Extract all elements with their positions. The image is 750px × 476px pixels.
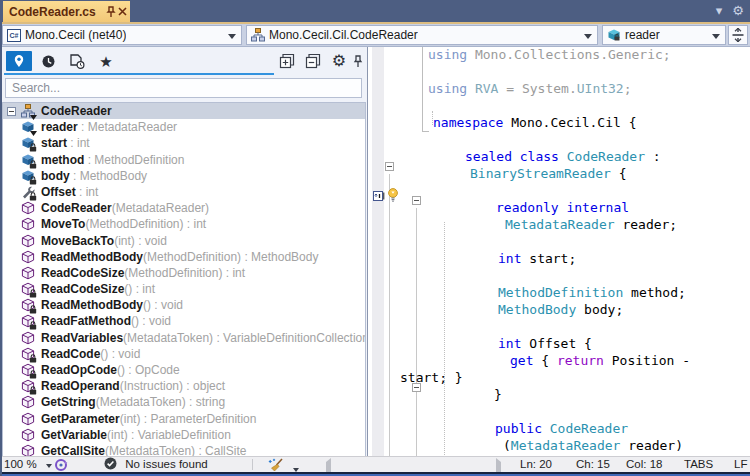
collapse-all-button[interactable] — [302, 51, 324, 71]
code-cleanup-button[interactable] — [268, 458, 299, 473]
panel-settings-button[interactable]: ⚙ — [328, 51, 350, 71]
member-list-item[interactable]: Offset : int — [3, 184, 365, 200]
member-list-item[interactable]: ReadFatMethod() : void — [3, 313, 365, 329]
member-list-item[interactable]: start : int — [3, 135, 365, 151]
member-list-item[interactable]: method : MethodDefinition — [3, 152, 365, 168]
search-input[interactable] — [5, 78, 362, 98]
code-fold-collapse-box[interactable] — [385, 162, 394, 171]
type-dropdown-value: Mono.Cecil.Cil.CodeReader — [269, 28, 418, 42]
tab-title: CodeReader.cs — [9, 5, 96, 19]
field-icon — [21, 120, 35, 134]
location-tab-button[interactable] — [6, 51, 32, 71]
status-eol-mode: LF — [734, 457, 747, 472]
property-icon — [21, 185, 35, 199]
member-list-item[interactable]: GetParameter(int) : ParameterDefinition — [3, 411, 365, 427]
member-list-item[interactable]: ReadCodeSize() : int — [3, 281, 365, 297]
close-tab-icon[interactable] — [118, 5, 127, 19]
window-settings-gear-icon[interactable]: ⚙ — [732, 0, 744, 22]
member-list-item[interactable]: ReadMethodBody(MethodDefinition) : Metho… — [3, 249, 365, 265]
member-list-item[interactable]: MoveTo(MethodDefinition) : int — [3, 216, 365, 232]
pin-panel-button[interactable] — [350, 51, 366, 71]
member-item-label: ReadMethodBody(MethodDefinition) : Metho… — [41, 249, 318, 265]
member-item-label: ReadFatMethod() : void — [41, 313, 171, 329]
code-line — [372, 182, 724, 199]
member-item-label: method : MethodDefinition — [41, 152, 184, 168]
navigation-bar: C# Mono.Cecil (net40) Mono.Cecil.Cil.Cod… — [0, 24, 750, 46]
project-dropdown[interactable]: C# Mono.Cecil (net40) — [2, 25, 242, 45]
recent-files-tab-button[interactable] — [64, 51, 90, 71]
member-list-item[interactable]: CodeReader(MetadataReader) — [3, 200, 365, 216]
search-box — [5, 78, 362, 98]
member-list-item[interactable]: ReadOpCode() : OpCode — [3, 362, 365, 378]
method-icon — [21, 217, 35, 231]
method-icon — [21, 314, 35, 328]
gear-icon: ⚙ — [332, 53, 346, 69]
member-list-item[interactable]: body : MethodBody — [3, 168, 365, 184]
quick-actions-lightbulb-icon[interactable] — [386, 187, 400, 207]
member-item-label: ReadCodeSize(MethodDefinition) : int — [41, 265, 245, 281]
pin-tab-icon[interactable] — [106, 5, 116, 19]
project-dropdown-value: Mono.Cecil (net40) — [25, 28, 126, 42]
status-tabs-mode: TABS — [684, 457, 713, 472]
member-item-label: CodeReader(MetadataReader) — [41, 200, 209, 216]
inheritance-margin-icon[interactable] — [373, 189, 385, 207]
document-tab[interactable]: CodeReader.cs — [3, 1, 130, 22]
member-list-item[interactable]: GetCallSite(MetadataToken) : CallSite — [3, 443, 365, 457]
expand-all-button[interactable] — [276, 51, 298, 71]
code-line: using Mono.Collections.Generic; — [372, 47, 724, 63]
check-circle-icon — [104, 457, 117, 470]
class-icon — [21, 104, 35, 118]
member-list-item[interactable]: reader : MetadataReader — [3, 119, 365, 135]
member-list-item[interactable]: CodeReader — [3, 103, 365, 119]
code-line — [372, 267, 724, 284]
code-line: int start; — [372, 250, 724, 267]
method-icon — [21, 347, 35, 361]
expand-all-icon — [279, 53, 295, 69]
member-list-item[interactable]: ReadOperand(Instruction) : object — [3, 378, 365, 394]
code-cleanup-broom-icon — [268, 458, 285, 472]
member-item-label: GetString(MetadataToken) : string — [41, 394, 225, 410]
code-editor[interactable]: using Mono.Collections.Generic;using RVA… — [372, 47, 736, 457]
member-list-item[interactable]: GetString(MetadataToken) : string — [3, 394, 365, 410]
location-pin-icon — [13, 54, 25, 68]
member-list-item[interactable]: ReadCode() : void — [3, 346, 365, 362]
code-line: sealed class CodeReader : — [372, 148, 724, 165]
method-icon — [21, 412, 35, 426]
zoom-dropdown-arrow-icon — [46, 464, 52, 468]
code-line: get { return Position - — [372, 352, 724, 369]
favorites-tab-button[interactable]: ★ — [94, 51, 118, 71]
member-item-label: ReadCodeSize() : int — [41, 281, 155, 297]
editor-status-bar: 100 % No issues found Ln: 20 Ch: 15 Col:… — [0, 456, 750, 472]
dropdown-arrow-icon — [228, 34, 236, 39]
member-item-label: body : MethodBody — [41, 168, 147, 184]
field-icon — [21, 153, 35, 167]
tree-collapse-expander[interactable] — [7, 107, 16, 116]
split-editor-icon — [732, 28, 744, 42]
panel-toolbar: ★ ⚙ — [0, 49, 367, 75]
member-dropdown[interactable]: reader — [602, 25, 726, 45]
member-list-item[interactable]: MoveBackTo(int) : void — [3, 233, 365, 249]
history-tab-button[interactable] — [36, 51, 60, 71]
member-list-item[interactable]: GetVariable(int) : VariableDefinition — [3, 427, 365, 443]
issues-indicator[interactable]: No issues found — [104, 457, 208, 472]
method-icon — [21, 331, 35, 345]
zoom-control[interactable]: 100 % — [4, 457, 52, 472]
member-list-item[interactable]: ReadVariables(MetadataToken) : VariableD… — [3, 330, 365, 346]
code-fold-collapse-box[interactable] — [412, 383, 421, 392]
method-icon — [21, 379, 35, 393]
code-line — [372, 318, 724, 335]
member-item-label: GetParameter(int) : ParameterDefinition — [41, 411, 256, 427]
dropdown-arrow-icon — [712, 34, 720, 39]
split-editor-button[interactable] — [728, 25, 748, 45]
member-navigation-panel: ★ ⚙ CodeReaderreader : Metadata — [0, 47, 368, 457]
code-line: readonly internal — [372, 199, 724, 216]
window-menu-chevron-icon[interactable]: ▾ — [716, 0, 723, 22]
member-item-label: ReadOperand(Instruction) : object — [41, 378, 225, 394]
code-suggestions-icon[interactable] — [54, 458, 68, 473]
member-item-label: GetVariable(int) : VariableDefinition — [41, 427, 231, 443]
code-fold-collapse-box[interactable] — [412, 196, 421, 205]
type-dropdown[interactable]: Mono.Cecil.Cil.CodeReader — [246, 25, 598, 45]
code-line: start; } — [372, 369, 724, 386]
member-list-item[interactable]: ReadCodeSize(MethodDefinition) : int — [3, 265, 365, 281]
member-list-item[interactable]: ReadMethodBody() : void — [3, 297, 365, 313]
